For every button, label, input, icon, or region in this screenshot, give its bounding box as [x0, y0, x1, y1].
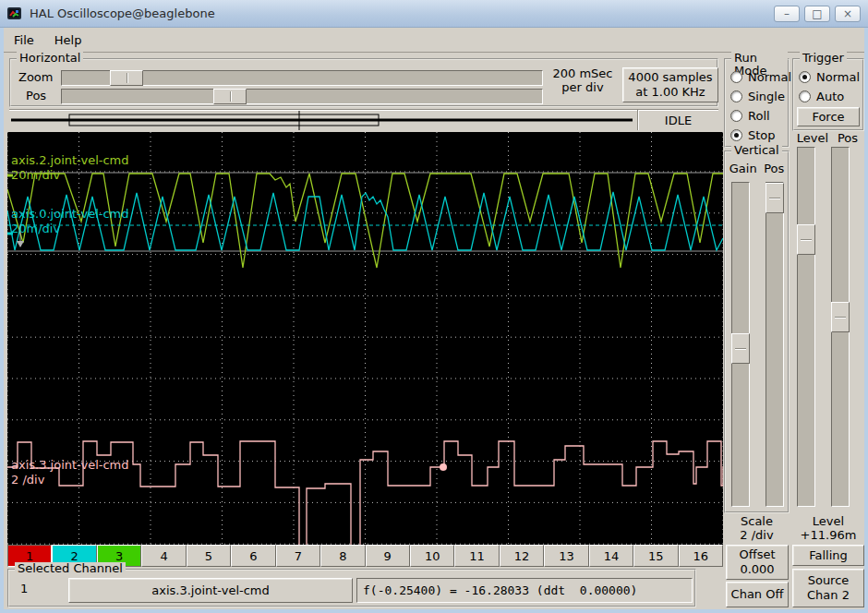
- radio-label: Auto: [816, 90, 844, 103]
- radio-dot[interactable]: [730, 110, 742, 122]
- app-window: HAL Oscilloscope@beaglebone – □ × File H…: [0, 0, 868, 613]
- radio-label: Single: [748, 90, 785, 103]
- horizontal-zoom-slider-handle[interactable]: [110, 70, 143, 86]
- record-position-indicator: [9, 110, 633, 131]
- horizontal-frame: Horizontal Zoom Pos 200 mSec per div 400…: [9, 58, 718, 107]
- horizontal-zoom-slider[interactable]: [61, 70, 543, 86]
- channel-button-12[interactable]: 12: [500, 545, 544, 567]
- horizontal-pos-slider[interactable]: [61, 89, 543, 104]
- channel-button-13[interactable]: 13: [544, 545, 588, 567]
- record-length-button[interactable]: 4000 samples at 1.00 KHz: [622, 67, 718, 102]
- trigger-source-button[interactable]: Source Chan 2: [792, 569, 864, 607]
- menu-help[interactable]: Help: [44, 28, 92, 52]
- channel-button-10[interactable]: 10: [410, 545, 454, 567]
- trigger-pos-slider-handle[interactable]: [831, 302, 850, 332]
- channel-button-7[interactable]: 7: [276, 545, 320, 567]
- trigger-level-slider-handle[interactable]: [797, 224, 815, 255]
- record-indicator-row: IDLE: [9, 109, 718, 130]
- scope-display[interactable]: axis.2.joint-vel-cmd20m/div axis.0.joint…: [7, 132, 723, 545]
- selected-channel-name-button[interactable]: axis.3.joint-vel-cmd: [68, 578, 353, 603]
- menu-bar: File Help: [4, 28, 864, 53]
- channel-button-4[interactable]: 4: [141, 545, 186, 567]
- radio-dot[interactable]: [730, 129, 742, 141]
- pos-slider-label: Pos: [26, 89, 57, 102]
- app-content: Horizontal Zoom Pos 200 mSec per div 400…: [4, 53, 864, 609]
- selected-channel-frame: Selected Channel 1 axis.3.joint-vel-cmd …: [7, 569, 696, 607]
- trigger-options: NormalAuto: [794, 67, 862, 106]
- trace-label-chan2: axis.0.joint-vel-cmd20m/div: [11, 207, 129, 236]
- channel-button-16[interactable]: 16: [679, 545, 723, 567]
- channel-button-6[interactable]: 6: [231, 545, 275, 567]
- selected-channel-number: 1: [20, 582, 28, 595]
- channel-button-11[interactable]: 11: [454, 545, 499, 567]
- radio-label: Roll: [748, 109, 770, 123]
- vertical-slider-headers: Gain Pos: [726, 162, 788, 175]
- channel-button-15[interactable]: 15: [633, 545, 678, 567]
- horizontal-pos-slider-handle[interactable]: [213, 89, 247, 104]
- channel-button-14[interactable]: 14: [589, 545, 633, 567]
- radio-auto[interactable]: Auto: [794, 87, 862, 106]
- horizontal-frame-label: Horizontal: [17, 52, 83, 65]
- scale-readout: Scale 2 /div: [724, 514, 790, 542]
- maximize-button[interactable]: □: [804, 6, 830, 22]
- vertical-pos-header: Pos: [760, 162, 788, 175]
- offset-button[interactable]: Offset 0.000: [726, 545, 789, 580]
- run-mode-options: NormalSingleRollStop: [726, 67, 788, 145]
- radio-roll[interactable]: Roll: [726, 106, 788, 126]
- app-icon: [7, 6, 22, 21]
- channel-button-5[interactable]: 5: [187, 545, 231, 567]
- run-mode-frame: Run Mode NormalSingleRollStop: [724, 58, 790, 148]
- vertical-pos-slider-handle[interactable]: [766, 183, 784, 213]
- title-bar: HAL Oscilloscope@beaglebone – □ ×: [0, 0, 868, 28]
- selected-channel-frame-label: Selected Channel: [15, 562, 126, 575]
- radio-dot[interactable]: [799, 90, 811, 102]
- trigger-pos-header: Pos: [833, 131, 862, 145]
- radio-dot[interactable]: [799, 71, 811, 83]
- radio-stop[interactable]: Stop: [726, 126, 788, 145]
- radio-label: Normal: [748, 70, 791, 84]
- chan-off-button[interactable]: Chan Off: [726, 582, 789, 607]
- trigger-level-header: Level: [792, 131, 833, 145]
- vertical-pos-slider[interactable]: [766, 182, 784, 507]
- trigger-slider-headers: Level Pos: [792, 131, 864, 145]
- trigger-frame-label: Trigger: [800, 52, 847, 65]
- trigger-level-readout: Level +11.96m: [792, 514, 864, 542]
- trace-label-chan3: axis.2.joint-vel-cmd20m/div: [11, 153, 129, 183]
- vertical-gain-header: Gain: [726, 162, 760, 175]
- vertical-frame-label: Vertical: [731, 144, 782, 157]
- radio-normal[interactable]: Normal: [726, 67, 788, 87]
- menu-file[interactable]: File: [4, 28, 44, 52]
- trace-label-chan1: axis.3.joint-vel-cmd2 /div: [11, 458, 129, 487]
- minimize-button[interactable]: –: [774, 6, 800, 22]
- radio-label: Normal: [816, 70, 860, 84]
- vertical-frame: Vertical Gain Pos: [724, 150, 790, 513]
- trigger-edge-button[interactable]: Falling: [792, 545, 864, 566]
- trigger-pos-slider[interactable]: [831, 147, 850, 507]
- channel-button-9[interactable]: 9: [366, 545, 410, 567]
- radio-normal[interactable]: Normal: [794, 67, 862, 87]
- radio-label: Stop: [748, 128, 776, 142]
- trigger-level-slider[interactable]: [797, 147, 815, 507]
- radio-single[interactable]: Single: [726, 87, 788, 106]
- capture-status: IDLE: [637, 110, 718, 130]
- window-title: HAL Oscilloscope@beaglebone: [30, 6, 769, 20]
- trigger-force-button[interactable]: Force: [797, 107, 860, 126]
- vertical-gain-slider-handle[interactable]: [731, 333, 750, 364]
- zoom-slider-label: Zoom: [18, 70, 57, 84]
- sample-rate-label: 200 mSec per div: [547, 66, 619, 94]
- radio-dot[interactable]: [730, 90, 742, 102]
- vertical-gain-slider[interactable]: [731, 182, 750, 507]
- close-button[interactable]: ×: [835, 6, 861, 22]
- cursor-readout: f(-0.25400) = -16.28033 (ddt 0.00000): [356, 578, 693, 603]
- radio-dot[interactable]: [730, 71, 742, 83]
- channel-button-8[interactable]: 8: [320, 545, 365, 567]
- trigger-frame: Trigger NormalAuto Force: [792, 58, 864, 131]
